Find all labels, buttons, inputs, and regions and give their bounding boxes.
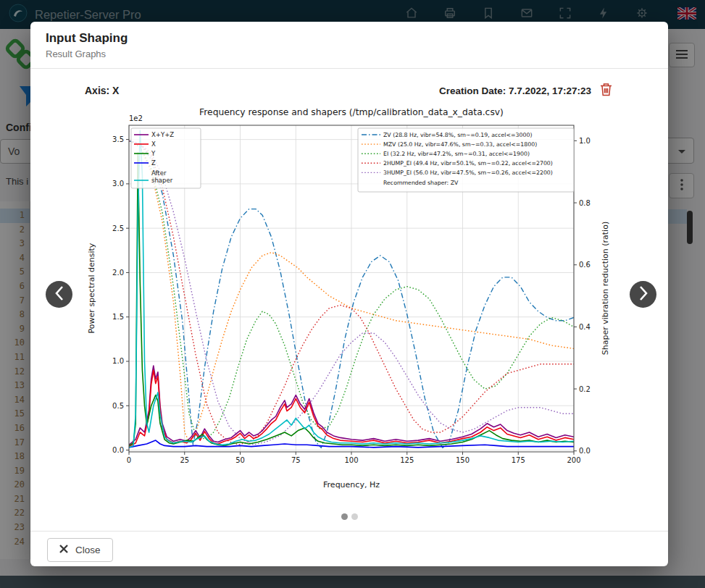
svg-text:MZV (25.0 Hz, vibr=47.6%, sm~=: MZV (25.0 Hz, vibr=47.6%, sm~=0.33, acce… xyxy=(383,141,537,148)
svg-text:Frequency, Hz: Frequency, Hz xyxy=(323,480,380,490)
svg-text:175: 175 xyxy=(512,456,525,464)
svg-text:3.5: 3.5 xyxy=(112,135,124,143)
carousel-prev-button[interactable] xyxy=(46,281,72,308)
svg-text:X: X xyxy=(151,140,156,148)
frequency-response-chart: 02550751001251501752000.00.51.01.52.02.5… xyxy=(83,103,617,503)
dialog-subtitle: Result Graphs xyxy=(46,49,653,59)
svg-text:1.0: 1.0 xyxy=(579,137,591,145)
svg-text:200: 200 xyxy=(567,456,580,464)
svg-text:Frequency response and shapers: Frequency response and shapers (/tmp/cal… xyxy=(199,107,504,117)
svg-text:After: After xyxy=(151,169,167,177)
svg-text:125: 125 xyxy=(400,456,414,464)
result-graph: 02550751001251501752000.00.51.01.52.02.5… xyxy=(83,103,617,503)
svg-text:Shaper vibration reduction (ra: Shaper vibration reduction (ratio) xyxy=(601,222,610,355)
svg-text:shaper: shaper xyxy=(151,177,173,184)
carousel-dot[interactable] xyxy=(351,513,358,520)
svg-text:EI (32.2 Hz, vibr=47.2%, sm~=0: EI (32.2 Hz, vibr=47.2%, sm~=0.31, accel… xyxy=(383,151,530,157)
carousel-next-button[interactable] xyxy=(630,281,656,308)
carousel-dots xyxy=(30,513,668,520)
input-shaping-dialog: Input Shaping Result Graphs Axis: X Crea… xyxy=(30,22,668,566)
close-button-label: Close xyxy=(75,545,101,555)
close-button[interactable]: Close xyxy=(47,538,113,562)
svg-text:Power spectral density: Power spectral density xyxy=(87,243,96,333)
svg-text:0.8: 0.8 xyxy=(579,199,591,207)
dialog-footer: Close xyxy=(30,531,668,566)
svg-text:0.0: 0.0 xyxy=(112,446,124,454)
chevron-right-icon xyxy=(638,285,648,303)
svg-text:ZV (28.8 Hz, vibr=54.8%, sm~=0: ZV (28.8 Hz, vibr=54.8%, sm~=0.19, accel… xyxy=(383,132,532,138)
axis-label: Axis: X xyxy=(85,85,119,96)
svg-text:1e2: 1e2 xyxy=(129,114,143,122)
svg-text:Y: Y xyxy=(151,150,156,157)
trash-icon xyxy=(600,83,612,98)
svg-text:100: 100 xyxy=(344,456,358,464)
creation-date-label: Creation Date: 7.7.2022, 17:27:23 xyxy=(439,85,591,96)
dialog-header: Input Shaping Result Graphs xyxy=(30,22,668,69)
delete-graph-button[interactable] xyxy=(600,83,612,98)
svg-text:Recommended shaper: ZV: Recommended shaper: ZV xyxy=(383,180,459,186)
svg-text:2HUMP_EI (49.4 Hz, vibr=50.1%,: 2HUMP_EI (49.4 Hz, vibr=50.1%, sm~=0.22,… xyxy=(383,160,553,167)
graph-meta-row: Axis: X Creation Date: 7.7.2022, 17:27:2… xyxy=(85,83,612,98)
svg-text:0.4: 0.4 xyxy=(579,323,591,331)
dialog-title: Input Shaping xyxy=(46,31,653,46)
svg-text:2.5: 2.5 xyxy=(112,224,124,232)
svg-text:0.0: 0.0 xyxy=(579,447,591,455)
svg-text:0.6: 0.6 xyxy=(579,261,591,269)
svg-text:Z: Z xyxy=(151,159,156,167)
svg-text:3HUMP_EI (56.0 Hz, vibr=47.5%,: 3HUMP_EI (56.0 Hz, vibr=47.5%, sm~=0.26,… xyxy=(383,169,553,176)
svg-text:1.5: 1.5 xyxy=(112,313,124,321)
svg-text:150: 150 xyxy=(456,456,470,464)
svg-text:75: 75 xyxy=(291,456,301,464)
chevron-left-icon xyxy=(54,285,64,303)
svg-text:X+Y+Z: X+Y+Z xyxy=(151,131,174,138)
svg-text:3.0: 3.0 xyxy=(112,180,124,188)
svg-text:0.2: 0.2 xyxy=(579,385,591,393)
svg-text:2.0: 2.0 xyxy=(112,269,124,277)
svg-text:1.0: 1.0 xyxy=(112,357,124,365)
svg-text:0: 0 xyxy=(127,456,131,464)
screen: Repetier-Server Pro Confi Vo This i xyxy=(0,0,705,588)
carousel-dot[interactable] xyxy=(341,513,348,520)
svg-text:0.5: 0.5 xyxy=(112,402,124,410)
close-icon xyxy=(59,545,68,555)
svg-text:50: 50 xyxy=(235,456,245,464)
svg-text:25: 25 xyxy=(180,456,189,464)
